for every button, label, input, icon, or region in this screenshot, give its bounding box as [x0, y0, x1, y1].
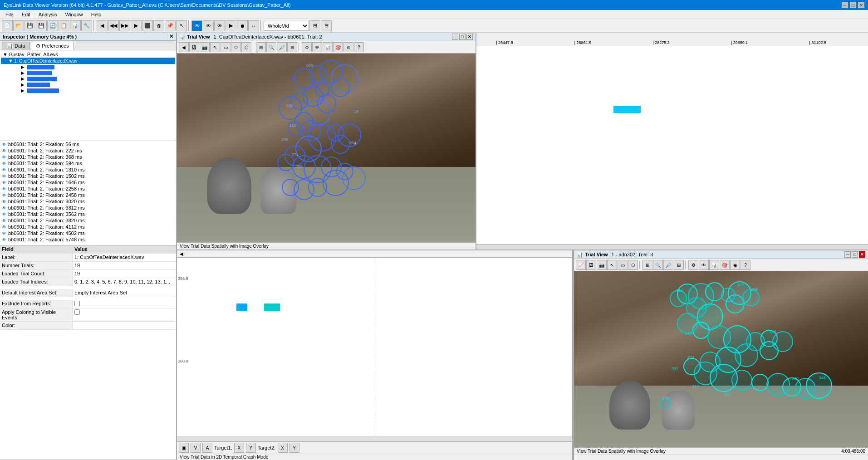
- event-row-10[interactable]: 👁 bb0601: Trial: 2: Fixation: 3020 ms: [0, 198, 176, 205]
- tv2-rect[interactable]: ▭: [618, 260, 628, 270]
- color-checkbox[interactable]: [74, 309, 80, 315]
- toolbar-grid[interactable]: ⊟: [321, 20, 332, 31]
- menu-help[interactable]: Help: [88, 11, 105, 18]
- event-row-16[interactable]: 👁 bb0601: Trial: 2: Fixation: 5748 ms: [0, 236, 176, 243]
- toolbar-del[interactable]: 🗑: [153, 20, 164, 31]
- tree-sub-1[interactable]: ▶: [14, 64, 175, 70]
- menu-analysis[interactable]: Analysis: [35, 11, 61, 18]
- tv1-min[interactable]: ─: [452, 34, 458, 40]
- toolbar-eye3[interactable]: 👁: [214, 20, 225, 31]
- event-row-9[interactable]: 👁 bb0601: Trial: 2: Fixation: 2458 ms: [0, 192, 176, 198]
- toolbar-fwd[interactable]: ▶▶: [119, 20, 130, 31]
- tv2-cursor[interactable]: ↖: [607, 260, 617, 270]
- event-row-4[interactable]: 👁 bb0601: Trial: 2: Fixation: 594 ms: [0, 160, 176, 166]
- footer-btn-t2x[interactable]: X: [278, 443, 288, 453]
- event-row-14[interactable]: 👁 bb0601: Trial: 2: Fixation: 4112 ms: [0, 224, 176, 230]
- tv2-max[interactable]: □: [852, 251, 858, 258]
- toolbar-btn1[interactable]: 🔄: [47, 20, 58, 31]
- tv2-min[interactable]: ─: [844, 251, 851, 258]
- left-scroll[interactable]: ◀: [180, 251, 183, 256]
- minimize-button[interactable]: ─: [842, 2, 848, 8]
- tab-preferences[interactable]: ⚙ Preferences: [31, 42, 74, 50]
- tv2-zoom-out[interactable]: 🔎: [663, 260, 673, 270]
- toolbar-save2[interactable]: 💾: [36, 20, 47, 31]
- tv1-help[interactable]: ?: [354, 42, 364, 52]
- footer-btn-t2y[interactable]: Y: [289, 443, 299, 453]
- tv1-back[interactable]: ◀: [179, 42, 189, 52]
- tv2-zoom-in[interactable]: 🔍: [653, 260, 663, 270]
- toolbar-expand[interactable]: ⊞: [309, 20, 320, 31]
- inspector-tree[interactable]: ▼ Gustav_Patter_All.evs ▼ 1: CupOfTeaDei…: [0, 50, 176, 141]
- tv1-close[interactable]: ✕: [466, 34, 473, 40]
- toolbar-btn5[interactable]: 📌: [165, 20, 176, 31]
- tv1-rect[interactable]: ▭: [221, 42, 230, 52]
- tv1-circle[interactable]: ⊙: [343, 42, 353, 52]
- tv1-polygon[interactable]: ⬡: [241, 42, 251, 52]
- tv2-chart[interactable]: 📈: [576, 260, 586, 270]
- tv2-polygon[interactable]: ⬡: [628, 260, 638, 270]
- tv2-nav1[interactable]: ⚙: [688, 260, 698, 270]
- tv2-image[interactable]: 🖼: [586, 260, 596, 270]
- toolbar-back2[interactable]: ◀◀: [108, 20, 119, 31]
- toolbar-new[interactable]: 📄: [2, 20, 13, 31]
- wholevid-dropdown[interactable]: WholeVid: [264, 21, 309, 31]
- tv2-nav5[interactable]: ◉: [730, 260, 740, 270]
- inspector-close[interactable]: ✕: [169, 34, 173, 39]
- event-row-8[interactable]: 👁 bb0601: Trial: 2: Fixation: 2258 ms: [0, 186, 176, 192]
- exclude-checkbox[interactable]: [74, 301, 80, 306]
- footer-btn-t1x[interactable]: X: [234, 443, 244, 453]
- toolbar-save[interactable]: 💾: [25, 20, 35, 31]
- tv1-image[interactable]: 🖼: [189, 42, 199, 52]
- tv1-target[interactable]: 🎯: [333, 42, 343, 52]
- toolbar-open[interactable]: 📂: [13, 20, 24, 31]
- tv2-nav4[interactable]: 🎯: [720, 260, 730, 270]
- tv2-img2[interactable]: 📷: [597, 260, 607, 270]
- toolbar-btn2[interactable]: 📋: [59, 20, 69, 31]
- tv2-hscroll[interactable]: [574, 455, 868, 460]
- event-row-2[interactable]: 👁 bb0601: Trial: 2: Fixation: 222 ms: [0, 147, 176, 154]
- event-list[interactable]: 👁 bb0601: Trial: 2: Fixation: 56 ms 👁 bb…: [0, 141, 176, 245]
- event-row-6[interactable]: 👁 bb0601: Trial: 2: Fixation: 1502 ms: [0, 173, 176, 179]
- tv2-zoom-fit[interactable]: ⊞: [642, 260, 652, 270]
- toolbar-back[interactable]: ◀: [97, 20, 108, 31]
- toolbar-btn4[interactable]: 🔧: [81, 20, 92, 31]
- event-row-11[interactable]: 👁 bb0601: Trial: 2: Fixation: 3312 ms: [0, 205, 176, 211]
- tab-data[interactable]: 📊 Data: [2, 42, 30, 50]
- tv1-zoom-out[interactable]: 🔎: [277, 42, 287, 52]
- tv1-max[interactable]: □: [459, 34, 466, 40]
- toolbar-cursor[interactable]: ↖: [176, 20, 187, 31]
- maximize-button[interactable]: □: [850, 2, 856, 8]
- event-row-1[interactable]: 👁 bb0601: Trial: 2: Fixation: 56 ms: [0, 141, 176, 147]
- menu-edit[interactable]: Edit: [18, 11, 34, 18]
- toolbar-fwd2[interactable]: ▶: [131, 20, 142, 31]
- event-row-13[interactable]: 👁 bb0601: Trial: 2: Fixation: 3820 ms: [0, 217, 176, 224]
- menu-file[interactable]: File: [2, 11, 17, 18]
- footer-btn-v[interactable]: V: [191, 443, 201, 453]
- toolbar-btn6[interactable]: ↔: [248, 20, 259, 31]
- tree-root-item[interactable]: ▼ Gustav_Patter_All.evs: [1, 51, 175, 58]
- tv2-nav2[interactable]: 👁: [699, 260, 709, 270]
- event-row-3[interactable]: 👁 bb0601: Trial: 2: Fixation: 368 ms: [0, 154, 176, 160]
- tv1-zoom-in[interactable]: 🔍: [266, 42, 276, 52]
- tv1-img2[interactable]: 📷: [200, 42, 210, 52]
- event-row-12[interactable]: 👁 bb0601: Trial: 2: Fixation: 3562 ms: [0, 211, 176, 217]
- toolbar-stop[interactable]: ⬛: [142, 20, 153, 31]
- menu-window[interactable]: Window: [62, 11, 87, 18]
- tv1-eye[interactable]: 👁: [312, 42, 322, 52]
- tree-sub-4[interactable]: ▶: [14, 82, 175, 88]
- timeline-scrollbar[interactable]: [476, 244, 868, 250]
- tv2-help[interactable]: ?: [740, 260, 750, 270]
- temporal-hscroll[interactable]: [177, 436, 572, 441]
- toolbar-eye[interactable]: 👁: [191, 20, 202, 31]
- footer-btn-t1y[interactable]: Y: [246, 443, 256, 453]
- event-row-15[interactable]: 👁 bb0601: Trial: 2: Fixation: 4502 ms: [0, 230, 176, 236]
- tv1-data[interactable]: 📊: [323, 42, 333, 52]
- toolbar-rec[interactable]: ⏺: [237, 20, 248, 31]
- tree-sub-2[interactable]: ▶: [14, 70, 175, 76]
- tv1-zoom-reset[interactable]: ⊟: [287, 42, 297, 52]
- tv1-ellipse[interactable]: ⬭: [231, 42, 241, 52]
- event-row-7[interactable]: 👁 bb0601: Trial: 2: Fixation: 1646 ms: [0, 179, 176, 186]
- tree-sub-3[interactable]: ▶: [14, 76, 175, 82]
- toolbar-btn3[interactable]: 📊: [70, 20, 81, 31]
- toolbar-play[interactable]: ▶: [226, 20, 236, 31]
